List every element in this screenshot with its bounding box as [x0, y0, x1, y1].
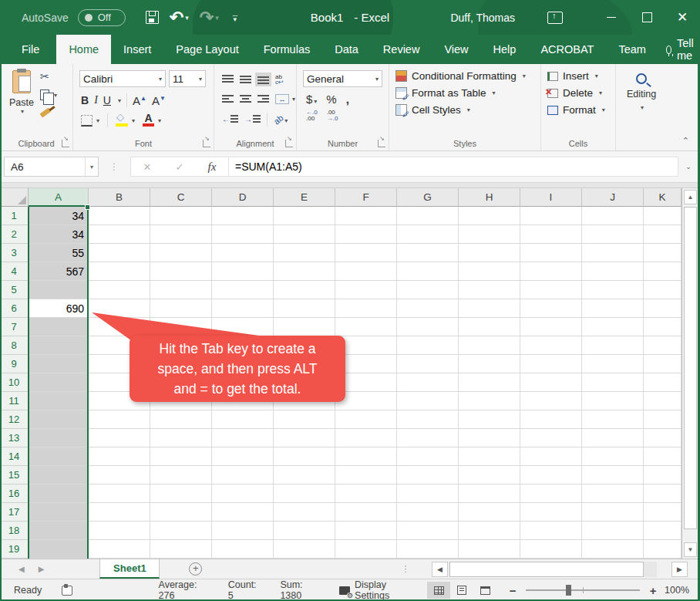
cell-K18[interactable] — [644, 522, 681, 540]
row-header-3[interactable]: 3 — [0, 244, 29, 262]
row-header-8[interactable]: 8 — [0, 336, 29, 355]
cell-G5[interactable] — [397, 281, 459, 299]
cell-E17[interactable] — [274, 503, 335, 522]
cell-J19[interactable] — [582, 540, 644, 559]
cell-C17[interactable] — [150, 503, 212, 522]
cell-K19[interactable] — [644, 540, 681, 559]
cell-C2[interactable] — [150, 225, 212, 244]
cell-C18[interactable] — [150, 522, 212, 540]
cell-E5[interactable] — [274, 281, 335, 299]
cell-C1[interactable] — [150, 207, 212, 225]
cell-H4[interactable] — [459, 262, 520, 281]
italic-button[interactable]: I — [94, 94, 98, 106]
horizontal-scroll-thumb[interactable] — [449, 562, 644, 577]
column-header-H[interactable]: H — [459, 188, 520, 207]
cell-A4[interactable]: 567 — [29, 262, 89, 281]
cell-H17[interactable] — [459, 503, 520, 522]
cell-A3[interactable]: 55 — [29, 244, 89, 262]
cell-H13[interactable] — [459, 429, 520, 447]
horizontal-scrollbar[interactable]: ◀ ▶ — [432, 562, 688, 577]
cell-B19[interactable] — [89, 540, 150, 559]
number-format-combo[interactable]: General▾ — [303, 70, 382, 87]
increase-decimal-button[interactable]: ←.0.00 — [306, 110, 318, 122]
zoom-level[interactable]: 100% — [665, 585, 689, 596]
cell-A2[interactable]: 34 — [29, 225, 89, 244]
cell-F1[interactable] — [335, 207, 397, 225]
column-header-E[interactable]: E — [274, 188, 335, 207]
display-settings-button[interactable]: Display Settings — [339, 579, 415, 601]
cell-D15[interactable] — [212, 466, 274, 485]
tab-formulas[interactable]: Formulas — [251, 35, 322, 64]
cell-H6[interactable] — [459, 299, 520, 318]
row-header-4[interactable]: 4 — [0, 262, 29, 281]
cell-H18[interactable] — [459, 522, 520, 540]
cell-I4[interactable] — [520, 262, 582, 281]
cell-H10[interactable] — [459, 373, 520, 392]
cell-C7[interactable] — [150, 318, 212, 336]
prev-sheet-icon[interactable]: ◀ — [19, 565, 25, 573]
cell-J18[interactable] — [582, 522, 644, 540]
cell-H1[interactable] — [459, 207, 520, 225]
cell-A5[interactable] — [29, 281, 89, 299]
selection-fill-handle[interactable] — [85, 204, 90, 210]
column-header-G[interactable]: G — [397, 188, 459, 207]
cell-I9[interactable] — [520, 355, 582, 373]
cell-J1[interactable] — [582, 207, 644, 225]
decrease-decimal-button[interactable]: .00→.0 — [327, 110, 338, 122]
cell-J14[interactable] — [582, 447, 644, 466]
cell-G7[interactable] — [397, 318, 459, 336]
vertical-scrollbar[interactable]: ▲ ▼ — [681, 188, 698, 559]
cell-F12[interactable] — [335, 410, 397, 429]
cell-D7[interactable] — [212, 318, 274, 336]
cell-F14[interactable] — [335, 447, 397, 466]
cell-D3[interactable] — [212, 244, 274, 262]
row-header-10[interactable]: 10 — [0, 373, 29, 392]
cell-B5[interactable] — [89, 281, 150, 299]
row-header-2[interactable]: 2 — [0, 225, 29, 244]
close-button[interactable]: ✕ — [665, 0, 700, 35]
cell-G17[interactable] — [397, 503, 459, 522]
cell-J7[interactable] — [582, 318, 644, 336]
cell-G10[interactable] — [397, 373, 459, 392]
cell-A18[interactable] — [29, 522, 89, 540]
cell-J12[interactable] — [582, 410, 644, 429]
expand-formula-bar-icon[interactable]: ⌄ — [681, 163, 695, 171]
cell-F6[interactable] — [335, 299, 397, 318]
customize-qat-button[interactable]: ─▾ — [233, 14, 237, 22]
cell-F19[interactable] — [335, 540, 397, 559]
cell-B2[interactable] — [89, 225, 150, 244]
cell-G14[interactable] — [397, 447, 459, 466]
cell-E12[interactable] — [274, 410, 335, 429]
cell-J11[interactable] — [582, 392, 644, 410]
align-left-button[interactable] — [222, 95, 234, 104]
chevron-down-icon[interactable]: ▾ — [292, 96, 295, 103]
cell-E13[interactable] — [274, 429, 335, 447]
editing-button[interactable]: Editing ▾ — [616, 67, 667, 111]
autosave-toggle[interactable]: Off — [78, 9, 126, 26]
cell-H7[interactable] — [459, 318, 520, 336]
font-name-combo[interactable]: Calibri▾ — [79, 70, 166, 87]
cell-G9[interactable] — [397, 355, 459, 373]
cell-J17[interactable] — [582, 503, 644, 522]
cell-H16[interactable] — [459, 485, 520, 503]
name-box[interactable]: A6 ▾ — [4, 157, 99, 177]
align-top-button[interactable] — [222, 75, 234, 84]
cell-E18[interactable] — [274, 522, 335, 540]
scroll-left-icon[interactable]: ◀ — [432, 562, 448, 577]
vertical-scroll-thumb[interactable] — [684, 207, 697, 529]
cell-K14[interactable] — [644, 447, 681, 466]
cell-G4[interactable] — [397, 262, 459, 281]
increase-indent-button[interactable]: → — [244, 115, 261, 124]
cell-J6[interactable] — [582, 299, 644, 318]
cell-B18[interactable] — [89, 522, 150, 540]
row-header-12[interactable]: 12 — [0, 410, 29, 429]
cell-A10[interactable] — [29, 373, 89, 392]
maximize-button[interactable] — [629, 0, 665, 35]
cell-I5[interactable] — [520, 281, 582, 299]
cell-J3[interactable] — [582, 244, 644, 262]
redo-button[interactable]: ↷▾ — [200, 10, 219, 25]
cell-A19[interactable] — [29, 540, 89, 559]
alignment-dialog-launcher-icon[interactable] — [285, 140, 293, 147]
cell-H14[interactable] — [459, 447, 520, 466]
cell-G12[interactable] — [397, 410, 459, 429]
